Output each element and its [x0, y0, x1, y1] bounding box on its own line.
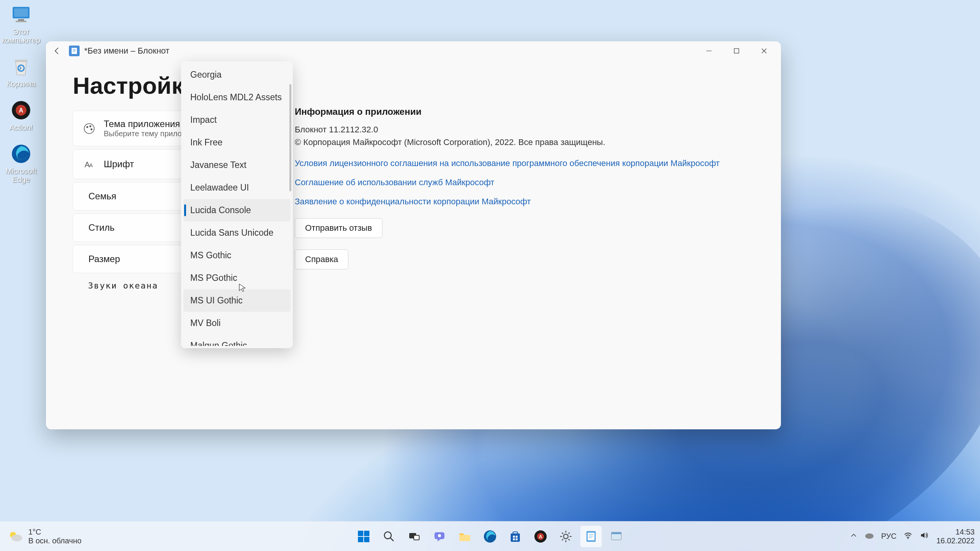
- titlebar: *Без имени – Блокнот: [46, 41, 781, 60]
- tray-onedrive-icon[interactable]: [864, 530, 874, 542]
- svg-point-18: [84, 124, 94, 134]
- svg-rect-3: [16, 21, 26, 22]
- app-button[interactable]: [606, 526, 627, 547]
- font-family-dropdown: GeorgiaHoloLens MDL2 AssetsImpactInk Fre…: [181, 61, 293, 348]
- desktop-icons: Этоткомпьютер Корзина A Action! Microsof…: [4, 4, 38, 184]
- svg-point-63: [865, 533, 874, 539]
- app-version: Блокнот 11.2112.32.0: [295, 123, 754, 136]
- svg-line-54: [568, 533, 570, 534]
- font-option[interactable]: Ink Free: [183, 131, 291, 154]
- notepad-icon: [69, 46, 80, 56]
- chat-button[interactable]: [429, 526, 450, 547]
- tray-date: 16.02.2022: [936, 536, 975, 545]
- svg-text:A: A: [89, 162, 93, 168]
- svg-rect-1: [14, 8, 28, 17]
- taskbar: 1°C В осн. облачно A РУС 14:53 16.02.202…: [0, 521, 980, 551]
- tray-wifi-icon[interactable]: [903, 531, 913, 542]
- weather-widget[interactable]: 1°C В осн. облачно: [8, 528, 82, 545]
- svg-point-35: [438, 534, 441, 537]
- link-services[interactable]: Соглашение об использовании служб Майкро…: [295, 178, 754, 187]
- svg-line-31: [390, 538, 394, 541]
- explorer-button[interactable]: [454, 526, 475, 547]
- font-option[interactable]: Georgia: [183, 64, 291, 86]
- setting-subtitle: Выберите тему прилож: [104, 129, 187, 138]
- settings-button[interactable]: [555, 526, 577, 547]
- maximize-button[interactable]: [723, 41, 750, 60]
- tray-clock[interactable]: 14:53 16.02.2022: [936, 528, 975, 545]
- about-heading: Информация о приложении: [295, 106, 754, 117]
- svg-rect-15: [734, 49, 739, 53]
- edge-button[interactable]: [479, 526, 501, 547]
- svg-rect-33: [414, 535, 419, 540]
- copyright: © Корпорация Майкрософт (Microsoft Corpo…: [295, 136, 754, 148]
- action-button[interactable]: A: [530, 526, 551, 547]
- store-button[interactable]: [505, 526, 526, 547]
- font-option[interactable]: MS UI Gothic: [183, 289, 291, 312]
- svg-line-53: [568, 539, 570, 540]
- desktop-icon-label: MicrosoftEdge: [5, 167, 36, 184]
- feedback-button[interactable]: Отправить отзыв: [295, 218, 382, 238]
- font-list[interactable]: GeorgiaHoloLens MDL2 AssetsImpactInk Fre…: [183, 64, 291, 346]
- svg-rect-43: [516, 538, 518, 540]
- svg-rect-29: [364, 537, 369, 542]
- desktop-icon-this-pc[interactable]: Этоткомпьютер: [4, 4, 38, 44]
- desktop-icon-recycle-bin[interactable]: Корзина: [4, 56, 38, 88]
- setting-label: Размер: [88, 254, 120, 264]
- minimize-button[interactable]: [695, 41, 723, 60]
- svg-rect-57: [588, 533, 595, 540]
- font-option[interactable]: HoloLens MDL2 Assets: [183, 86, 291, 109]
- help-button[interactable]: Справка: [295, 249, 348, 269]
- notepad-window: *Без имени – Блокнот Настройки Тема прил…: [46, 41, 781, 429]
- svg-rect-27: [364, 531, 369, 536]
- scrollbar[interactable]: [289, 84, 291, 191]
- svg-rect-42: [513, 538, 515, 540]
- link-license[interactable]: Условия лицензионного соглашения на испо…: [295, 158, 754, 168]
- svg-line-52: [562, 533, 563, 534]
- close-button[interactable]: [750, 41, 778, 60]
- taskview-button[interactable]: [403, 526, 425, 547]
- weather-desc: В осн. облачно: [28, 536, 82, 545]
- start-button[interactable]: [353, 526, 374, 547]
- link-privacy[interactable]: Заявление о конфиденциальности корпораци…: [295, 197, 754, 207]
- svg-point-19: [87, 126, 88, 128]
- pc-icon: [10, 4, 32, 25]
- font-icon: AA: [82, 157, 96, 171]
- font-option[interactable]: Lucida Sans Unicode: [183, 222, 291, 244]
- svg-rect-62: [611, 532, 621, 534]
- font-option[interactable]: Leelawadee UI: [183, 176, 291, 199]
- font-option[interactable]: Javanese Text: [183, 154, 291, 176]
- svg-text:A: A: [539, 534, 542, 540]
- setting-title: Шрифт: [104, 159, 134, 170]
- action-icon: A: [10, 99, 32, 121]
- tray-time: 14:53: [956, 528, 975, 536]
- svg-point-20: [90, 125, 91, 127]
- svg-rect-28: [358, 537, 363, 542]
- tray-chevron-icon[interactable]: [850, 531, 858, 541]
- font-option[interactable]: MS Gothic: [183, 244, 291, 267]
- search-button[interactable]: [378, 526, 400, 547]
- desktop-icon-edge[interactable]: MicrosoftEdge: [4, 143, 38, 184]
- svg-rect-40: [513, 536, 515, 538]
- svg-rect-36: [459, 535, 470, 541]
- font-option[interactable]: Lucida Console: [183, 199, 291, 222]
- setting-title: Тема приложения: [104, 119, 187, 129]
- palette-icon: [82, 122, 96, 135]
- font-option[interactable]: MS PGothic: [183, 267, 291, 289]
- tray-lang[interactable]: РУС: [881, 532, 897, 541]
- svg-rect-41: [516, 536, 518, 538]
- font-option[interactable]: Impact: [183, 109, 291, 131]
- font-option[interactable]: Malgun Gothic: [183, 334, 291, 346]
- svg-point-30: [384, 532, 391, 539]
- font-option[interactable]: MV Boli: [183, 312, 291, 334]
- svg-point-21: [91, 128, 93, 130]
- window-title: *Без имени – Блокнот: [84, 46, 170, 56]
- setting-label: Стиль: [88, 222, 114, 233]
- desktop-icon-label: Корзина: [7, 80, 36, 88]
- tray-volume-icon[interactable]: [920, 531, 929, 542]
- trash-icon: [10, 56, 32, 77]
- back-button[interactable]: [49, 42, 66, 59]
- svg-text:A: A: [19, 107, 23, 114]
- desktop-icon-action[interactable]: A Action!: [4, 99, 38, 132]
- notepad-button[interactable]: [580, 526, 602, 547]
- desktop-icon-label: Этоткомпьютер: [2, 28, 41, 44]
